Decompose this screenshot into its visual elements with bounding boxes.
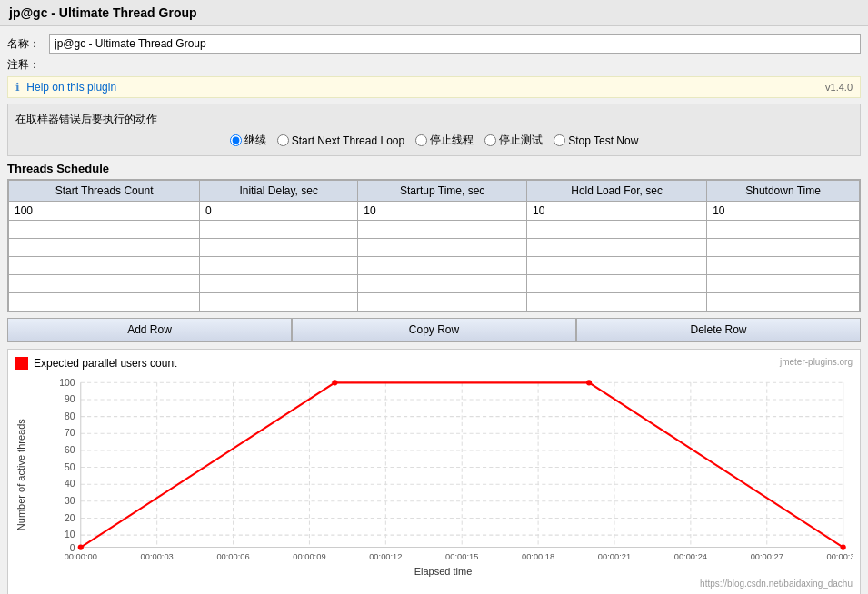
col-shutdown-time: Shutdown Time	[707, 181, 860, 202]
svg-point-45	[78, 544, 84, 549]
cell-startup-time[interactable]: 10	[358, 202, 527, 221]
svg-text:00:00:12: 00:00:12	[369, 552, 402, 561]
cell-initial-delay[interactable]: 0	[200, 202, 358, 221]
svg-text:40: 40	[65, 479, 75, 489]
empty-row-4	[9, 275, 860, 293]
cell-start-count[interactable]: 100	[9, 202, 200, 221]
copy-row-button[interactable]: Copy Row	[292, 318, 576, 342]
svg-text:30: 30	[65, 496, 75, 506]
radio-stop-thread[interactable]: 停止线程	[415, 133, 474, 148]
empty-row-3	[9, 257, 860, 275]
empty-row-2	[9, 239, 860, 257]
empty-row-5	[9, 293, 860, 312]
col-initial-delay: Initial Delay, sec	[200, 181, 358, 202]
svg-text:00:00:27: 00:00:27	[751, 552, 783, 561]
svg-text:10: 10	[65, 530, 75, 540]
action-label: 在取样器错误后要执行的动作	[15, 112, 853, 127]
svg-text:00:00:30: 00:00:30	[827, 552, 853, 561]
legend-label: Expected parallel users count	[34, 357, 176, 370]
y-axis-label: Number of active threads	[15, 373, 30, 577]
svg-point-46	[332, 380, 337, 385]
svg-text:90: 90	[65, 394, 75, 404]
svg-text:00:00:00: 00:00:00	[65, 552, 97, 561]
window-title: jp@gc - Ultimate Thread Group	[0, 0, 868, 26]
col-startup-time: Startup Time, sec	[358, 181, 527, 202]
svg-text:00:00:24: 00:00:24	[674, 552, 707, 561]
svg-point-48	[841, 544, 846, 549]
svg-text:50: 50	[65, 462, 75, 472]
info-icon: ℹ	[15, 81, 20, 94]
svg-text:60: 60	[65, 445, 75, 455]
credit-label: jmeter-plugins.org	[780, 357, 853, 367]
svg-text:20: 20	[65, 513, 75, 523]
name-label: 名称：	[7, 36, 44, 52]
comment-label: 注释：	[7, 57, 44, 73]
legend-icon	[15, 357, 28, 370]
chart-container: jmeter-plugins.org Expected parallel use…	[7, 349, 861, 594]
svg-text:00:00:09: 00:00:09	[293, 552, 325, 561]
radio-continue[interactable]: 继续	[230, 133, 266, 148]
col-start-threads: Start Threads Count	[9, 181, 200, 202]
x-axis-label: Elapsed time	[34, 566, 853, 577]
schedule-table: Start Threads Count Initial Delay, sec S…	[8, 180, 860, 312]
table-row: 100 0 10 10 10	[9, 202, 860, 221]
section-title: Threads Schedule	[7, 162, 861, 175]
svg-text:80: 80	[65, 411, 75, 421]
svg-text:70: 70	[65, 428, 75, 438]
cell-hold-load[interactable]: 10	[527, 202, 707, 221]
radio-stop-test[interactable]: 停止测试	[484, 133, 543, 148]
name-input[interactable]	[49, 34, 861, 54]
svg-text:00:00:03: 00:00:03	[141, 552, 174, 561]
delete-row-button[interactable]: Delete Row	[576, 318, 861, 342]
svg-text:00:00:18: 00:00:18	[522, 552, 554, 561]
svg-text:00:00:15: 00:00:15	[445, 552, 478, 561]
radio-next-thread[interactable]: Start Next Thread Loop	[277, 134, 405, 147]
version-badge: v1.4.0	[825, 82, 853, 93]
svg-point-47	[586, 380, 592, 385]
radio-stop-test-now[interactable]: Stop Test Now	[554, 134, 638, 147]
plugin-help-link[interactable]: Help on this plugin	[26, 81, 116, 94]
empty-row-1	[9, 221, 860, 239]
add-row-button[interactable]: Add Row	[7, 318, 292, 342]
svg-text:00:00:21: 00:00:21	[598, 552, 631, 561]
col-hold-load: Hold Load For, sec	[527, 181, 707, 202]
svg-text:00:00:06: 00:00:06	[216, 552, 249, 561]
cell-shutdown-time[interactable]: 10	[707, 202, 860, 221]
svg-text:100: 100	[59, 378, 75, 388]
chart-svg: 0 10 20 30 40 50 60 70 80 90 100 00:00:0…	[34, 373, 853, 561]
bottom-url: https://blog.csdn.net/baidaxing_dachu	[15, 579, 853, 589]
